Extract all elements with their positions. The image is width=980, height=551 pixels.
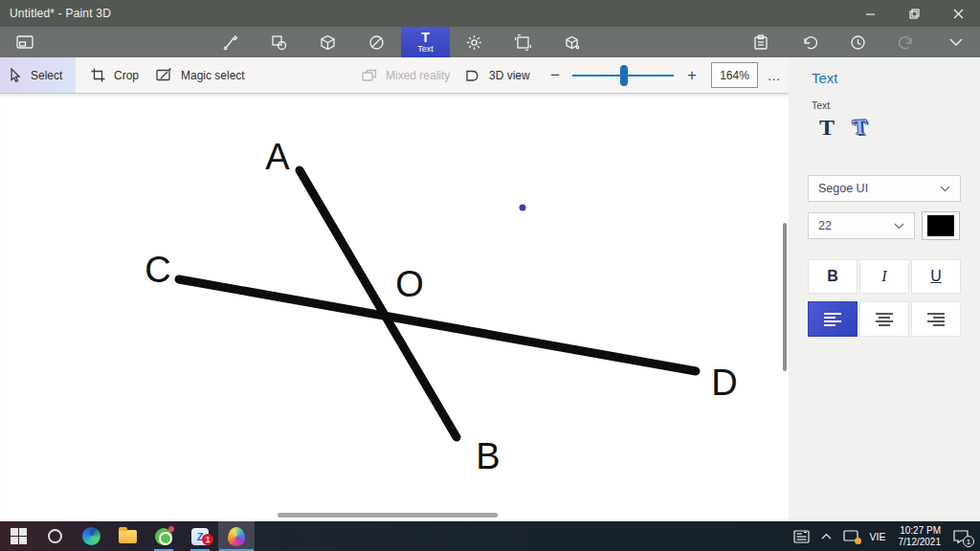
align-left-button[interactable] <box>808 301 858 337</box>
brush-icon <box>222 34 238 51</box>
drawing-canvas[interactable]: ABCDO <box>0 93 789 521</box>
text-tool-button[interactable]: T Text <box>401 27 450 57</box>
taskbar: Z1 VIE 10:27 PM 7/12/2021 <box>0 521 980 551</box>
vertical-scrollbar[interactable] <box>783 223 787 371</box>
ribbon: Select Crop Magic select Mixed reality 3… <box>0 57 789 93</box>
crop-icon <box>91 68 105 82</box>
effects-icon <box>466 34 482 51</box>
zoom-slider[interactable] <box>572 57 674 93</box>
crop-label: Crop <box>114 69 139 82</box>
clock[interactable]: 10:27 PM 7/12/2021 <box>892 525 948 548</box>
notification-dot <box>168 526 174 532</box>
panel-section-label: Text <box>812 99 830 111</box>
font-size-value: 22 <box>818 219 832 232</box>
underline-button[interactable]: U <box>911 259 961 294</box>
show-hidden-icons-button[interactable] <box>815 521 837 551</box>
library-3d-icon <box>564 34 580 51</box>
magic-select-label: Magic select <box>181 69 245 82</box>
view-3d-label: 3D view <box>489 69 530 82</box>
language-indicator[interactable]: VIE <box>864 521 892 551</box>
zoom-slider-thumb[interactable] <box>620 65 628 86</box>
edge-icon <box>82 527 100 545</box>
library-3d-tool-button[interactable] <box>547 27 596 57</box>
paste-icon <box>753 34 768 51</box>
paint3d-window: Untitled* - Paint 3D <box>0 0 980 551</box>
news-widget-button[interactable] <box>788 521 815 551</box>
align-left-icon <box>824 313 841 326</box>
shapes-2d-icon <box>271 34 287 51</box>
font-size-select[interactable]: 22 <box>808 212 915 239</box>
chat-app-icon: Z1 <box>191 528 209 545</box>
magic-select-icon <box>156 68 172 82</box>
more-options-button[interactable]: … <box>762 57 787 93</box>
restore-button[interactable] <box>892 0 936 27</box>
align-center-icon <box>876 313 893 326</box>
zoom-level-field[interactable]: 164% <box>711 62 758 88</box>
action-center-button[interactable]: 1 <box>947 521 974 551</box>
text-tool-glyph: T <box>421 32 430 44</box>
date: 7/12/2021 <box>899 537 942 548</box>
text-side-panel: Text Text T T Segoe UI 22 B I U <box>789 57 980 521</box>
text-color-button[interactable] <box>922 211 960 240</box>
zoom-in-button[interactable]: + <box>680 57 703 93</box>
align-right-button[interactable] <box>911 301 961 337</box>
select-button[interactable]: Select <box>0 57 76 93</box>
time: 10:27 PM <box>899 525 942 537</box>
start-button[interactable] <box>0 521 36 551</box>
chevron-down-icon <box>949 38 963 47</box>
menu-button[interactable] <box>14 32 35 53</box>
figure-line-CD <box>179 279 696 371</box>
minimize-icon <box>865 9 876 19</box>
chat-badge: 1 <box>202 534 213 545</box>
close-icon <box>953 9 964 19</box>
cortana-button[interactable] <box>36 521 73 551</box>
bold-button[interactable]: B <box>808 259 858 294</box>
horizontal-scrollbar[interactable] <box>278 513 498 518</box>
taskbar-edge-button[interactable] <box>73 521 109 551</box>
mixed-reality-button: Mixed reality <box>352 57 459 93</box>
font-family-select[interactable]: Segoe UI <box>808 175 961 202</box>
windows-logo-icon <box>11 528 27 544</box>
taskbar-chat-app-button[interactable]: Z1 <box>182 521 218 551</box>
toolbar-expand-button[interactable] <box>931 27 980 57</box>
minimize-button[interactable] <box>848 0 892 27</box>
display-tray-button[interactable] <box>837 521 864 551</box>
taskbar-paint3d-button[interactable] <box>218 521 255 551</box>
news-icon <box>793 530 810 543</box>
taskbar-green-app-button[interactable] <box>145 521 182 551</box>
redo-icon <box>899 34 915 51</box>
shapes-3d-tool-button[interactable] <box>303 27 352 57</box>
cortana-icon <box>48 529 62 543</box>
crop-button[interactable]: Crop <box>81 57 148 93</box>
italic-button[interactable]: I <box>859 259 909 294</box>
view-3d-icon <box>465 69 480 82</box>
paste-button[interactable] <box>736 27 785 57</box>
undo-button[interactable] <box>785 27 834 57</box>
zoom-out-button[interactable]: − <box>544 57 567 93</box>
text-2d-button[interactable]: T <box>812 112 842 143</box>
history-button[interactable] <box>834 27 882 57</box>
brush-tool-button[interactable] <box>206 27 255 57</box>
align-right-icon <box>927 313 945 326</box>
effects-tool-button[interactable] <box>450 27 499 57</box>
main-toolbar: T Text <box>0 27 980 57</box>
select-label: Select <box>31 69 62 82</box>
shapes-3d-icon <box>320 34 336 51</box>
chevron-down-icon <box>894 223 904 230</box>
titlebar: Untitled* - Paint 3D <box>0 0 980 27</box>
menu-icon <box>16 35 33 49</box>
magic-select-button[interactable]: Magic select <box>146 57 255 93</box>
canvas-tool-button[interactable] <box>499 27 547 57</box>
status-dot <box>855 538 861 544</box>
shapes-2d-tool-button[interactable] <box>255 27 303 57</box>
close-button[interactable] <box>936 0 980 27</box>
text-color-swatch <box>927 215 954 236</box>
text-3d-button[interactable]: T <box>844 112 875 143</box>
taskbar-explorer-button[interactable] <box>109 521 145 551</box>
view-3d-button[interactable]: 3D view <box>456 57 540 93</box>
stickers-tool-button[interactable] <box>352 27 401 57</box>
redo-button <box>882 27 931 57</box>
panel-title: Text <box>812 70 838 86</box>
align-center-button[interactable] <box>859 301 909 337</box>
window-title: Untitled* - Paint 3D <box>0 7 111 20</box>
